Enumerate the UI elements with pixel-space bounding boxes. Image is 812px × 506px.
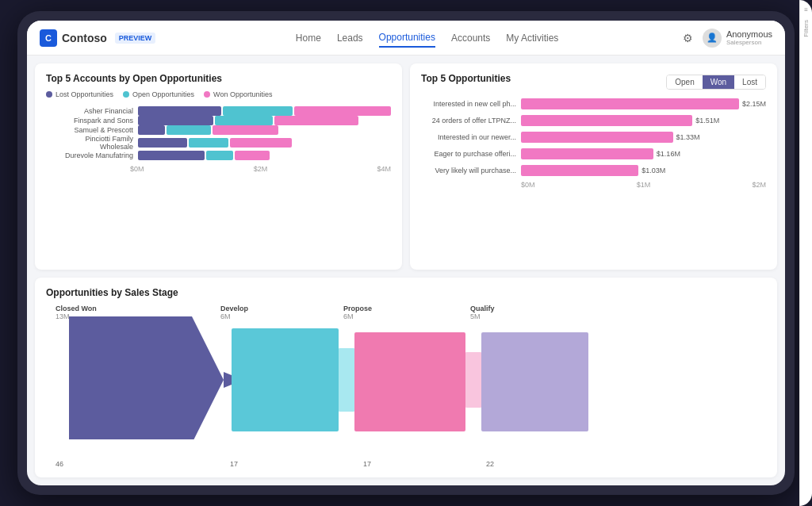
legend-lost-label: Lost Opportunities (56, 90, 113, 98)
opp-bar-wrap: $1.03M (521, 165, 766, 176)
x-4: $4M (377, 165, 391, 173)
nav-home[interactable]: Home (296, 29, 321, 47)
legend-lost: Lost Opportunities (46, 90, 113, 98)
opp-bar-wrap: $2.15M (521, 98, 766, 109)
opp-x-2: $2M (752, 181, 766, 189)
bar-row: Samuel & Prescott (54, 125, 391, 135)
opp-header: Top 5 Opportunities Open Won Lost (421, 73, 766, 90)
tablet-frame: C Contoso PREVIEW Home Leads Opportuniti… (17, 11, 795, 495)
stage-label: Qualify5M (470, 305, 495, 320)
opp-value: $1.16M (657, 150, 680, 158)
tab-open[interactable]: Open (667, 75, 702, 89)
avatar: 👤 (703, 29, 722, 48)
opp-bar-wrap: $1.51M (521, 115, 766, 126)
top5-accounts-card: Top 5 Accounts by Open Opportunities Los… (35, 63, 402, 270)
logo-text: Contoso (62, 32, 107, 44)
stage-count: 22 (486, 460, 494, 468)
opp-bar (521, 132, 673, 143)
svg-rect-4 (354, 332, 465, 431)
bar-seg-won (213, 125, 279, 135)
user-role: Salesperson (726, 39, 772, 46)
bar-seg-open (189, 138, 228, 148)
opp-row-label: 24 orders of offer LTPNZ... (421, 117, 516, 125)
funnel-svg (46, 305, 766, 439)
opp-value: $1.03M (642, 167, 665, 174)
funnel-card: Opportunities by Sales Stage Closed Won1… (35, 278, 777, 477)
nav-logo: C Contoso PREVIEW (40, 29, 155, 47)
opp-row: Interested in new cell ph...$2.15M (421, 98, 766, 109)
legend-open-label: Open Opportunities (132, 90, 194, 98)
x-axis-opps: $0M $1M $2M (421, 181, 766, 189)
funnel-area: Closed Won13MDevelop6MPropose6MQualify5M… (46, 305, 766, 468)
opp-value: $1.33M (676, 133, 700, 141)
stage-count: 46 (56, 460, 63, 468)
svg-rect-5 (465, 352, 481, 408)
opp-value: $2.15M (742, 100, 766, 108)
svg-rect-2 (232, 328, 339, 431)
nav-accounts[interactable]: Accounts (451, 29, 490, 47)
legend: Lost Opportunities Open Opportunities Wo… (46, 90, 391, 98)
bar-seg-lost (138, 106, 221, 116)
stage-label: Propose6M (343, 305, 372, 320)
top5-accounts-title: Top 5 Accounts by Open Opportunities (46, 73, 391, 84)
bar-row: Pinciotti Family Wholesale (54, 135, 391, 151)
bar-seg-won (230, 138, 292, 148)
user-info: Anonymous Salesperson (726, 29, 772, 46)
opp-row-label: Interested in new cell ph... (421, 100, 516, 108)
x-axis-accounts: $0M $2M $4M (46, 165, 391, 173)
stage-count: 17 (363, 460, 371, 468)
opp-row: Very likely will purchase...$1.03M (421, 165, 766, 176)
bar-seg-lost (138, 125, 165, 135)
bar-seg-open (167, 125, 211, 135)
bar-segments (138, 125, 391, 135)
bar-segments (138, 106, 391, 116)
stage-label: Closed Won13M (56, 305, 97, 320)
bar-seg-won (235, 151, 270, 160)
opp-bar (521, 98, 739, 109)
opp-bar (521, 148, 653, 159)
bar-label: Pinciotti Family Wholesale (54, 135, 133, 151)
tab-won[interactable]: Won (703, 75, 734, 89)
legend-won-label: Won Opportunities (213, 90, 272, 98)
legend-won-dot (204, 91, 210, 98)
gear-icon[interactable]: ⚙ (683, 32, 693, 44)
opp-bar-wrap: $1.16M (521, 148, 766, 159)
legend-open: Open Opportunities (123, 90, 194, 98)
nav-activities[interactable]: My Activities (506, 29, 558, 47)
nav-leads[interactable]: Leads (337, 29, 363, 47)
opp-x-1: $1M (637, 181, 651, 189)
bar-segments (138, 151, 391, 160)
funnel-title: Opportunities by Sales Stage (46, 287, 766, 298)
opp-value: $1.51M (695, 117, 719, 125)
main-content: Top 5 Accounts by Open Opportunities Los… (27, 56, 785, 485)
svg-rect-3 (339, 348, 354, 412)
opp-row: Interested in our newer...$1.33M (421, 132, 766, 143)
top5-opps-card: Top 5 Opportunities Open Won Lost Intere… (410, 63, 777, 270)
opp-row-label: Interested in our newer... (421, 133, 516, 141)
svg-marker-0 (69, 316, 224, 439)
legend-lost-dot (46, 91, 52, 98)
legend-won: Won Opportunities (204, 90, 272, 98)
bar-row: Asher Financial (54, 106, 391, 116)
opp-bars: Interested in new cell ph...$2.15M24 ord… (421, 98, 766, 176)
bar-chart: Asher FinancialFinspark and SonsSamuel &… (46, 106, 391, 160)
opp-bar (521, 115, 692, 126)
bar-seg-won (274, 116, 358, 125)
bar-label: Durevole Manufatring (54, 151, 133, 159)
tab-lost[interactable]: Lost (734, 75, 765, 89)
logo-icon: C (40, 29, 57, 47)
bar-seg-won (294, 106, 391, 116)
stage-label: Develop6M (220, 305, 248, 320)
opp-bar-wrap: $1.33M (521, 132, 766, 143)
x-2: $2M (254, 165, 268, 173)
opp-row: 24 orders of offer LTPNZ...$1.51M (421, 115, 766, 126)
bar-seg-lost (138, 116, 213, 125)
bar-label: Samuel & Prescott (54, 126, 133, 134)
nav-links: Home Leads Opportunities Accounts My Act… (171, 29, 683, 48)
legend-open-dot (123, 91, 129, 98)
nav-opportunities[interactable]: Opportunities (379, 29, 435, 48)
x-0: $0M (130, 165, 144, 173)
username: Anonymous (726, 29, 772, 39)
bar-seg-open (206, 151, 233, 160)
tab-group: Open Won Lost (666, 75, 766, 90)
